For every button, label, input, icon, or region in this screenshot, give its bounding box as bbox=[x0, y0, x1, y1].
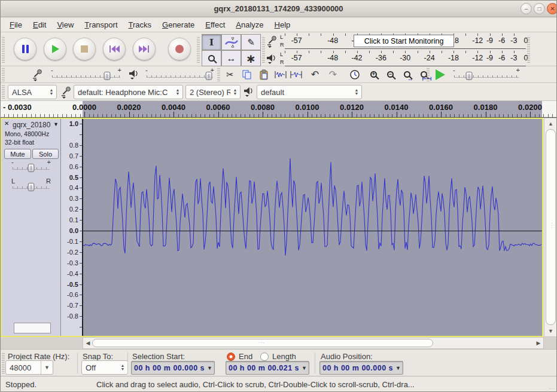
output-device-select[interactable]: default▲▼ bbox=[257, 85, 362, 99]
slider-thumb[interactable] bbox=[28, 183, 35, 191]
timeline-tick-label: 0.0140 bbox=[385, 103, 409, 112]
scroll-down-icon[interactable]: ▼ bbox=[544, 327, 557, 335]
cut-button[interactable]: ✂ bbox=[222, 67, 238, 82]
spinner-icon: ▲▼ bbox=[47, 88, 56, 96]
host-select[interactable]: ALSA▲▼ bbox=[8, 85, 57, 99]
window-title: gqrx_20180131_174209_433900000 bbox=[1, 4, 556, 13]
timeshift-tool-button[interactable]: ↔ bbox=[221, 50, 241, 66]
record-button[interactable] bbox=[168, 38, 191, 60]
selection-end-field[interactable]: 00 h 00 m 00.021 s▼ bbox=[226, 361, 309, 375]
meter-db-label: -57 bbox=[291, 54, 302, 62]
menu-bar: FileEditViewTransportTracksGenerateEffec… bbox=[1, 17, 556, 32]
undo-button[interactable]: ↶ bbox=[307, 67, 323, 82]
recording-volume-slider[interactable]: -+ bbox=[51, 68, 121, 82]
slider-thumb[interactable] bbox=[104, 72, 111, 80]
menu-file[interactable]: File bbox=[4, 19, 28, 31]
track-close-icon[interactable]: ✕ bbox=[4, 120, 9, 127]
skip-to-start-button[interactable] bbox=[103, 38, 126, 60]
menu-view[interactable]: View bbox=[51, 19, 79, 31]
vertical-ruler[interactable]: 1.00.80.70.60.50.40.30.20.10.0-0.1-0.2-0… bbox=[61, 119, 83, 336]
vruler-label: 0.6 bbox=[69, 163, 78, 170]
vertical-scrollbar[interactable]: ▲ ··· ▼ bbox=[544, 118, 557, 337]
end-radio-label[interactable]: End bbox=[239, 352, 252, 361]
vruler-label: 0.4 bbox=[69, 184, 78, 191]
close-icon[interactable]: ✕ bbox=[547, 3, 557, 14]
draw-tool-button[interactable]: ✎ bbox=[241, 34, 261, 50]
maximize-icon[interactable]: □ bbox=[534, 3, 545, 14]
menu-tracks[interactable]: Tracks bbox=[123, 19, 157, 31]
menu-transport[interactable]: Transport bbox=[79, 19, 123, 31]
track-menu-icon[interactable]: ▼ bbox=[53, 121, 59, 127]
play-button[interactable] bbox=[44, 38, 66, 60]
playback-volume-slider[interactable]: -+ bbox=[145, 68, 214, 82]
status-bar: Stopped. Click and drag to select audio,… bbox=[1, 376, 557, 392]
menu-generate[interactable]: Generate bbox=[157, 19, 200, 31]
play-at-speed-icon[interactable] bbox=[433, 68, 447, 82]
skip-to-end-button[interactable] bbox=[133, 38, 156, 60]
title-bar[interactable]: gqrx_20180131_174209_433900000 – □ ✕ bbox=[1, 1, 556, 17]
slider-thumb[interactable] bbox=[205, 72, 212, 80]
slider-thumb[interactable] bbox=[465, 72, 472, 80]
meter-db-label: -48 bbox=[327, 36, 338, 45]
status-state: Stopped. bbox=[5, 380, 36, 389]
redo-button[interactable]: ↷ bbox=[325, 67, 341, 82]
zoom-in-button[interactable]: + bbox=[366, 67, 382, 82]
envelope-tool-button[interactable] bbox=[221, 34, 241, 50]
sync-lock-button[interactable] bbox=[346, 67, 363, 82]
gain-slider[interactable]: -+ bbox=[11, 160, 51, 174]
selection-tool-button[interactable]: I bbox=[202, 34, 221, 50]
speaker-icon bbox=[244, 86, 255, 97]
mute-button[interactable]: Mute bbox=[4, 149, 31, 159]
meter-ticks bbox=[285, 51, 526, 53]
project-rate-label: Project Rate (Hz): bbox=[8, 352, 69, 361]
length-radio[interactable] bbox=[260, 353, 269, 361]
project-rate-select[interactable]: 48000▼ bbox=[5, 360, 53, 375]
end-radio[interactable] bbox=[227, 353, 235, 361]
stop-button[interactable] bbox=[73, 38, 96, 60]
pan-slider[interactable]: LR bbox=[11, 179, 51, 193]
meter-db-label: -12 bbox=[472, 54, 483, 62]
scroll-right-icon[interactable]: ▶ bbox=[535, 338, 542, 348]
scroll-left-icon[interactable]: ◀ bbox=[84, 338, 92, 348]
zoom-selection-button[interactable]: ↔ bbox=[399, 67, 415, 82]
horizontal-scrollbar[interactable]: ◀ ··· ▶ bbox=[83, 337, 544, 349]
play-speed-slider[interactable]: -+ bbox=[453, 68, 520, 82]
length-radio-label[interactable]: Length bbox=[272, 352, 296, 361]
vruler-label: 0.5 bbox=[69, 174, 78, 181]
menu-analyze[interactable]: Analyze bbox=[230, 19, 269, 31]
waveform-area[interactable] bbox=[83, 118, 543, 336]
vruler-label: -0.8 bbox=[67, 313, 78, 320]
zoom-out-button[interactable]: − bbox=[382, 67, 398, 82]
menu-edit[interactable]: Edit bbox=[28, 19, 51, 31]
meter-db-label: -57 bbox=[291, 36, 302, 45]
input-device-select[interactable]: default: Headphone Mic:C▲▼ bbox=[74, 85, 183, 99]
solo-button[interactable]: Solo bbox=[32, 149, 59, 159]
input-channels-select[interactable]: 2 (Stereo) R▲▼ bbox=[185, 85, 241, 99]
playback-meter[interactable]: LR-57-48-42-36-30-24-18-12-9-6-30 bbox=[266, 51, 526, 66]
track-title[interactable]: gqrx_20180 bbox=[13, 121, 52, 129]
selection-start-field[interactable]: 00 h 00 m 00.000 s▼ bbox=[131, 361, 215, 375]
audio-position-field[interactable]: 00 h 00 m 00.000 s▼ bbox=[319, 361, 403, 375]
copy-button[interactable] bbox=[239, 67, 255, 82]
meter-scale[interactable]: -57-48-42-36-30-24-18-12-9-6-30 bbox=[285, 51, 526, 66]
vruler-label: 0.3 bbox=[69, 195, 78, 202]
meter-channel-labels: LR bbox=[279, 33, 285, 49]
monitoring-tooltip[interactable]: Click to Start Monitoring bbox=[354, 35, 454, 47]
minimize-icon[interactable]: – bbox=[521, 3, 532, 14]
timeline-ruler[interactable]: - 0.0030 0.00000.00200.00400.00600.00800… bbox=[1, 101, 557, 118]
trim-audio-button[interactable] bbox=[272, 67, 288, 82]
pause-button[interactable] bbox=[14, 38, 36, 60]
scroll-up-icon[interactable]: ▲ bbox=[544, 120, 557, 128]
vruler-label: 0.2 bbox=[69, 206, 78, 213]
silence-audio-button[interactable] bbox=[288, 67, 304, 82]
zoom-tool-button[interactable] bbox=[202, 50, 221, 66]
track-resize-handle[interactable] bbox=[14, 323, 51, 333]
menu-effect[interactable]: Effect bbox=[200, 19, 230, 31]
selection-start-label: Selection Start: bbox=[132, 352, 185, 361]
paste-button[interactable] bbox=[255, 67, 272, 82]
slider-thumb[interactable] bbox=[28, 164, 35, 172]
menu-help[interactable]: Help bbox=[269, 19, 296, 31]
snap-to-select[interactable]: Off▲▼ bbox=[81, 360, 128, 375]
multi-tool-button[interactable]: ∗ bbox=[241, 50, 261, 66]
resize-grip[interactable]: ··· bbox=[549, 386, 556, 391]
